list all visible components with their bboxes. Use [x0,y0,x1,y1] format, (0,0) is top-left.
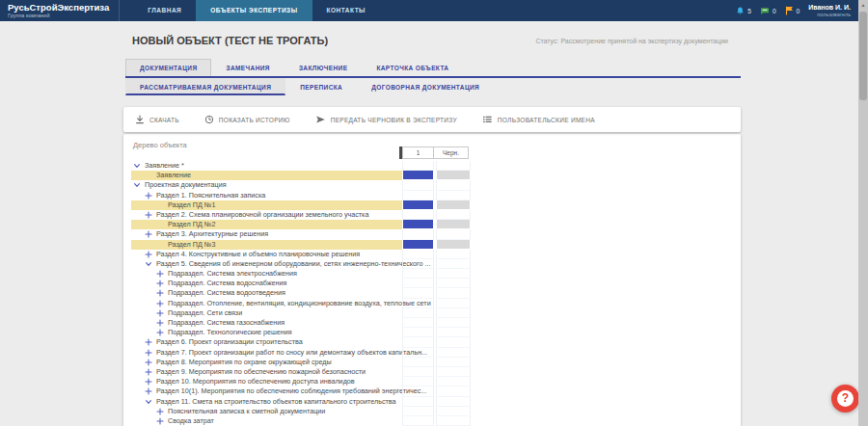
tab-sub-1[interactable]: ПЕРЕПИСКА [285,78,357,95]
toolbar-button-download[interactable]: СКАЧАТЬ [135,115,179,124]
plus-icon[interactable] [156,408,166,416]
tree-row[interactable]: Раздел 3. Архитектурные решения [123,229,741,239]
plus-icon[interactable] [156,270,166,279]
plus-icon[interactable] [145,349,154,358]
question-mark-icon: ? [837,390,854,407]
tree-cell-draft [436,191,471,200]
chevron-down-icon[interactable] [133,181,143,190]
badge-bell-icon[interactable]: 5 [736,6,751,15]
plus-icon[interactable] [145,359,154,367]
plus-icon[interactable] [145,378,154,386]
plus-icon[interactable] [156,329,166,337]
tree-row[interactable]: Подраздел. Система электроснабжения [123,269,741,279]
tree-row[interactable]: Проектная документация [123,180,741,190]
toolbar-button-send[interactable]: ПЕРЕДАТЬ ЧЕРНОВИК В ЭКСПЕРТИЗУ [315,115,457,124]
tree-row-label: Раздел ПД №1 [168,200,216,210]
tree-row[interactable]: Подраздел. Система водоотведения [123,288,741,298]
tree-row[interactable]: Раздел 7. Проект организации работ по сн… [123,348,741,358]
tree-column-header-2[interactable]: Черн. [434,146,469,159]
flag-icon [785,6,794,15]
tree-row[interactable]: Раздел ПД №3 [123,240,741,250]
help-button[interactable]: ? [831,385,859,413]
header-right: 500 Иванов И. И. пользователь [736,0,868,21]
tree-row[interactable]: Подраздел. Сети связи [123,308,741,318]
tree-cell-version-1 [402,416,434,426]
tab-main-2[interactable]: ЗАКЛЮЧЕНИЕ [285,59,363,76]
plus-icon[interactable] [156,319,166,328]
user-info[interactable]: Иванов И. И. пользователь [808,4,851,18]
tree-row[interactable]: Раздел 5. Сведения об инженерном оборудо… [123,259,741,269]
tree-row[interactable]: Подраздел. Система водоснабжения [123,279,741,288]
tree-row[interactable]: Раздел 11. Смета на строительство объект… [123,397,741,407]
tree-row[interactable]: Раздел 1. Пояснительная записка [123,191,741,200]
tree-row[interactable]: Раздел ПД №1 [123,200,741,210]
main-tabs: ДОКУМЕНТАЦИЯЗАМЕЧАНИЯЗАКЛЮЧЕНИЕКАРТОЧКА … [125,59,741,78]
scrollbar-thumb[interactable] [859,12,867,100]
top-nav: ГЛАВНАЯОБЪЕКТЫ ЭКСПЕРТИЗЫКОНТАКТЫ [133,0,380,21]
tree-row-label: Раздел ПД №2 [168,220,216,229]
nav-item-главная[interactable]: ГЛАВНАЯ [133,0,196,21]
tab-sub-2[interactable]: ДОГОВОРНАЯ ДОКУМЕНТАЦИЯ [357,78,494,95]
plus-icon[interactable] [145,251,154,259]
nav-item-объекты-экспертизы[interactable]: ОБЪЕКТЫ ЭКСПЕРТИЗЫ [196,0,312,21]
nav-item-контакты[interactable]: КОНТАКТЫ [312,0,380,21]
tab-main-0[interactable]: ДОКУМЕНТАЦИЯ [125,59,211,76]
tree-column-header-1[interactable]: 1 [402,146,434,159]
plus-icon[interactable] [145,211,154,220]
toolbar-button-label: ПОКАЗАТЬ ИСТОРИЮ [219,117,290,123]
tree-cell-version-1 [402,229,434,239]
toolbar-button-list[interactable]: ПОЛЬЗОВАТЕЛЬСКИЕ ИМЕНА [482,115,595,124]
tree-row[interactable]: Раздел 9. Мероприятия по обеспечению пож… [123,367,741,377]
tree-row[interactable]: Раздел 10(1). Мероприятия по обеспечению… [123,386,741,396]
scroll-up-icon[interactable]: ▲ [858,0,868,10]
tree-row[interactable]: Подраздел. Технологические решения [123,328,741,337]
tab-main-1[interactable]: ЗАМЕЧАНИЯ [211,59,284,76]
tree-row[interactable]: Раздел 2. Схема планировочной организаци… [123,210,741,220]
plus-icon[interactable] [145,192,154,200]
tree-row[interactable]: Раздел 8. Мероприятия по охране окружающ… [123,358,741,367]
tree-cell-draft [436,416,471,426]
tree-row[interactable]: Заявление [123,171,741,180]
tree-cell-draft [436,318,471,328]
chevron-down-icon[interactable] [145,398,154,407]
plus-icon[interactable] [145,368,154,377]
tree-row[interactable]: Сводка затрат [123,416,741,426]
tree-cell-draft [436,397,471,407]
tree-row[interactable]: Пояснительная записка к сметной документ… [123,407,741,416]
tree-cell-draft [436,337,471,347]
tree-row-label: Подраздел. Система водоотведения [168,288,285,298]
vertical-scrollbar[interactable]: ▲ [858,0,868,426]
chevron-down-icon[interactable] [133,162,143,171]
tab-sub-0[interactable]: РАССМАТРИВАЕМАЯ ДОКУМЕНТАЦИЯ [125,78,285,95]
plus-icon[interactable] [145,230,154,239]
plus-icon[interactable] [156,417,166,426]
tree-row[interactable]: Раздел ПД №2 [123,220,741,229]
toolbar-button-history[interactable]: ПОКАЗАТЬ ИСТОРИЮ [204,115,290,124]
plus-icon[interactable] [156,300,166,308]
tree-row[interactable]: Подраздел. Система газоснабжения [123,318,741,328]
plus-icon[interactable] [156,280,166,288]
badge-flag-icon[interactable]: 0 [785,6,800,15]
badge-chat-icon[interactable]: 0 [760,7,776,15]
tree-row[interactable]: Раздел 6. Проект организации строительст… [123,337,741,347]
tree-row[interactable]: Раздел 10. Мероприятия по обеспечению до… [123,377,741,386]
plus-icon[interactable] [145,387,154,396]
plus-icon[interactable] [156,309,166,318]
chevron-down-icon[interactable] [145,260,154,269]
tab-main-3[interactable]: КАРТОЧКА ОБЪЕКТА [362,59,463,76]
tree-row[interactable]: Заявление * [123,161,741,171]
tree-row-label: Раздел ПД №3 [168,240,216,250]
tree-row-label: Раздел 1. Пояснительная записка [156,191,265,200]
tree-cell-draft [436,229,471,239]
tree-cell-version-1 [402,240,434,250]
plus-icon[interactable] [156,289,166,298]
toolbar-button-label: СКАЧАТЬ [149,117,179,123]
tree-row-label: Подраздел. Технологические решения [168,328,292,337]
tree-row[interactable]: Раздел 4. Конструктивные и объемно плани… [123,250,741,259]
user-role: пользователь [808,12,851,18]
app-logo[interactable]: РусьСтройЭкспертиза Группа компаний [0,0,120,21]
tree-cell-version-1 [402,348,434,358]
plus-icon[interactable] [145,338,154,347]
tree-cell-version-1 [402,318,434,328]
tree-row[interactable]: Подраздел. Отопление, вентиляция, кондиц… [123,299,741,308]
